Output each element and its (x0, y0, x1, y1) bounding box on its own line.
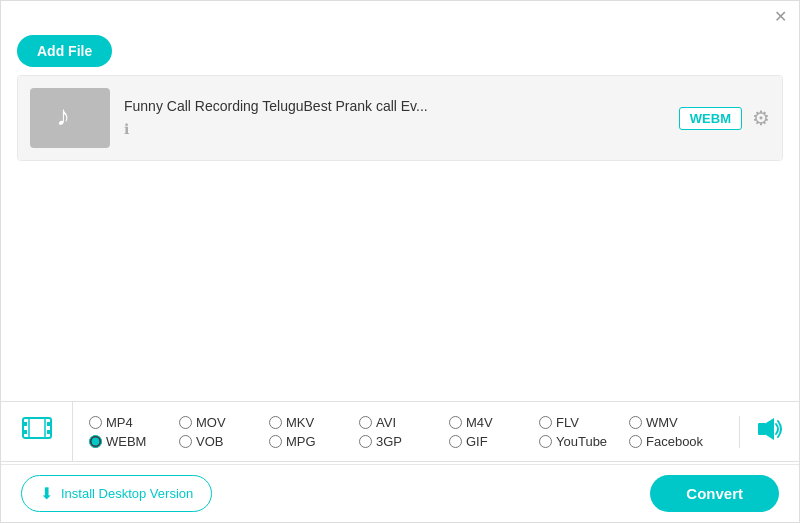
svg-text:♪: ♪ (56, 100, 70, 131)
music-icon: ♪ (52, 97, 88, 140)
format-option-gif[interactable]: GIF (449, 434, 539, 449)
radio-mp4[interactable] (89, 416, 102, 429)
label-gif: GIF (466, 434, 488, 449)
audio-icon (757, 416, 783, 448)
radio-avi[interactable] (359, 416, 372, 429)
svg-rect-8 (758, 423, 766, 435)
footer: ⬇ Install Desktop Version Convert (1, 464, 799, 522)
format-option-facebook[interactable]: Facebook (629, 434, 719, 449)
svg-marker-9 (766, 418, 774, 440)
format-option-3gp[interactable]: 3GP (359, 434, 449, 449)
format-option-mov[interactable]: MOV (179, 415, 269, 430)
label-youtube: YouTube (556, 434, 607, 449)
format-option-wmv[interactable]: WMV (629, 415, 719, 430)
add-file-button[interactable]: Add File (17, 35, 112, 67)
audio-icon-area[interactable] (739, 416, 799, 448)
radio-gif[interactable] (449, 435, 462, 448)
radio-facebook[interactable] (629, 435, 642, 448)
svg-rect-1 (23, 418, 51, 438)
header: ✕ (1, 1, 799, 29)
radio-vob[interactable] (179, 435, 192, 448)
label-mkv: MKV (286, 415, 314, 430)
label-webm: WEBM (106, 434, 146, 449)
toolbar: Add File (1, 29, 799, 75)
radio-wmv[interactable] (629, 416, 642, 429)
settings-icon[interactable]: ⚙ (752, 106, 770, 130)
file-thumbnail: ♪ (30, 88, 110, 148)
radio-flv[interactable] (539, 416, 552, 429)
format-option-m4v[interactable]: M4V (449, 415, 539, 430)
format-option-vob[interactable]: VOB (179, 434, 269, 449)
format-badge[interactable]: WEBM (679, 107, 742, 130)
label-flv: FLV (556, 415, 579, 430)
svg-rect-5 (47, 430, 51, 434)
file-list: ♪ Funny Call Recording TeluguBest Prank … (17, 75, 783, 161)
radio-m4v[interactable] (449, 416, 462, 429)
format-options: MP4 MOV MKV AVI M4V FLV (73, 407, 739, 457)
file-name: Funny Call Recording TeluguBest Prank ca… (124, 98, 679, 114)
close-button[interactable]: ✕ (774, 9, 787, 25)
radio-youtube[interactable] (539, 435, 552, 448)
label-facebook: Facebook (646, 434, 703, 449)
label-wmv: WMV (646, 415, 678, 430)
radio-webm[interactable] (89, 435, 102, 448)
film-icon (21, 412, 53, 451)
content-area (1, 161, 799, 371)
radio-mov[interactable] (179, 416, 192, 429)
label-mp4: MP4 (106, 415, 133, 430)
file-item: ♪ Funny Call Recording TeluguBest Prank … (18, 76, 782, 160)
label-vob: VOB (196, 434, 223, 449)
svg-rect-4 (47, 422, 51, 426)
install-desktop-button[interactable]: ⬇ Install Desktop Version (21, 475, 212, 512)
format-option-webm[interactable]: WEBM (89, 434, 179, 449)
file-actions: WEBM ⚙ (679, 106, 770, 130)
label-mpg: MPG (286, 434, 316, 449)
format-option-mkv[interactable]: MKV (269, 415, 359, 430)
format-option-flv[interactable]: FLV (539, 415, 629, 430)
label-mov: MOV (196, 415, 226, 430)
convert-button[interactable]: Convert (650, 475, 779, 512)
format-option-youtube[interactable]: YouTube (539, 434, 629, 449)
format-row-1: MP4 MOV MKV AVI M4V FLV (89, 415, 723, 430)
radio-mpg[interactable] (269, 435, 282, 448)
svg-rect-3 (23, 430, 27, 434)
radio-3gp[interactable] (359, 435, 372, 448)
format-bar: MP4 MOV MKV AVI M4V FLV (1, 401, 799, 462)
format-option-mp4[interactable]: MP4 (89, 415, 179, 430)
install-label: Install Desktop Version (61, 486, 193, 501)
format-option-mpg[interactable]: MPG (269, 434, 359, 449)
file-info: Funny Call Recording TeluguBest Prank ca… (124, 98, 679, 138)
label-avi: AVI (376, 415, 396, 430)
label-m4v: M4V (466, 415, 493, 430)
svg-rect-2 (23, 422, 27, 426)
download-icon: ⬇ (40, 484, 53, 503)
format-option-avi[interactable]: AVI (359, 415, 449, 430)
format-row-2: WEBM VOB MPG 3GP GIF YouTube (89, 434, 723, 449)
radio-mkv[interactable] (269, 416, 282, 429)
format-icon-area (1, 402, 73, 461)
info-icon[interactable]: ℹ (124, 121, 129, 137)
label-3gp: 3GP (376, 434, 402, 449)
